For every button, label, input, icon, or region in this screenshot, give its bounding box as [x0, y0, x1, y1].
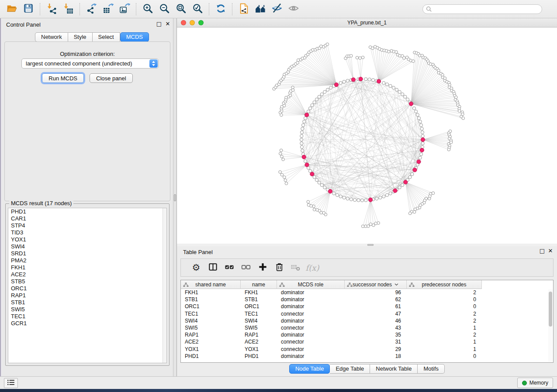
- list-item[interactable]: PMA2: [8, 257, 166, 264]
- show-all-icon: [288, 3, 299, 15]
- table-row[interactable]: SWI5SWI5connector431: [181, 324, 553, 331]
- run-mcds-button[interactable]: Run MCDS: [42, 73, 84, 83]
- function-builder-button: f(x): [304, 260, 321, 275]
- column-header-predecessor-nodes[interactable]: predecessor nodes: [407, 280, 482, 289]
- table-cell: 62: [345, 296, 407, 303]
- refresh-layout-button[interactable]: [213, 2, 228, 17]
- tab-motifs[interactable]: Motifs: [418, 364, 445, 374]
- export-table-button[interactable]: [100, 2, 116, 17]
- list-item[interactable]: GCR1: [8, 320, 166, 327]
- list-item[interactable]: FKH1: [8, 264, 166, 271]
- zoom-out-button[interactable]: [156, 2, 172, 17]
- list-item[interactable]: SWI4: [8, 243, 166, 250]
- export-network-button[interactable]: [83, 2, 99, 17]
- table-cell: ORC1: [181, 303, 241, 309]
- splitter-grip[interactable]: [367, 244, 374, 246]
- memory-status-icon: [522, 381, 527, 385]
- export-image-button[interactable]: [117, 2, 132, 17]
- network-canvas[interactable]: [177, 28, 557, 244]
- list-item[interactable]: SWI5: [8, 306, 166, 313]
- zoom-selected-button[interactable]: [190, 2, 205, 17]
- table-cell: dominator: [277, 353, 345, 359]
- import-network-button[interactable]: [44, 2, 59, 17]
- table-row[interactable]: YOX1YOX1connector291: [181, 346, 553, 353]
- close-panel-button[interactable]: Close panel: [90, 73, 133, 83]
- list-item[interactable]: YOX1: [8, 236, 166, 243]
- table-row[interactable]: SWI4SWI4dominator462: [181, 317, 553, 324]
- table-row[interactable]: TEC1TEC1connector472: [181, 310, 553, 317]
- hide-selected-button[interactable]: [269, 2, 285, 17]
- function-builder-icon: f(x): [306, 263, 319, 272]
- list-item[interactable]: ACE2: [8, 271, 166, 278]
- export-table-icon: [103, 3, 114, 15]
- list-item[interactable]: ORC1: [8, 285, 166, 292]
- table-row[interactable]: RAP1RAP1dominator352: [181, 331, 553, 338]
- delete-table-button: [287, 260, 304, 275]
- optimization-criterion-value: largest connected component (undirected): [26, 60, 132, 67]
- optimization-criterion-select[interactable]: largest connected component (undirected): [21, 58, 159, 69]
- show-all-button[interactable]: [286, 2, 301, 17]
- list-item[interactable]: SRD1: [8, 250, 166, 257]
- network-graph[interactable]: [177, 28, 557, 244]
- table-row[interactable]: STB1STB1dominator620: [181, 296, 553, 303]
- tab-select[interactable]: Select: [93, 32, 120, 42]
- list-item[interactable]: TEC1: [8, 313, 166, 320]
- table-row[interactable]: ORC1ORC1dominator610: [181, 303, 553, 310]
- splitter-grip[interactable]: [174, 194, 176, 201]
- column-header-successor-nodes[interactable]: successor nodes: [345, 280, 407, 289]
- tab-network-table[interactable]: Network Table: [370, 364, 418, 374]
- table-scrollbar-thumb[interactable]: [549, 292, 552, 327]
- add-column-button[interactable]: [254, 260, 271, 275]
- zoom-fit-icon: [176, 3, 187, 15]
- select-all-button[interactable]: [221, 260, 238, 275]
- memory-button[interactable]: Memory: [517, 378, 553, 388]
- tab-network[interactable]: Network: [35, 32, 68, 42]
- mcds-list-scrollbar[interactable]: [163, 208, 166, 363]
- list-item[interactable]: CAR1: [8, 215, 166, 222]
- table-cell: connector: [277, 339, 345, 345]
- float-panel-icon[interactable]: □: [539, 248, 546, 254]
- mcds-result-list[interactable]: PHD1CAR1STP4TID3YOX1SWI4SRD1PMA2FKH1ACE2…: [8, 208, 167, 363]
- list-item[interactable]: RAP1: [8, 292, 166, 299]
- delete-column-button[interactable]: [271, 260, 287, 275]
- save-session-button[interactable]: [21, 2, 36, 17]
- task-history-button[interactable]: [4, 378, 18, 388]
- table-cell: STB1: [241, 296, 277, 303]
- search-icon: [426, 6, 432, 12]
- split-columns-button[interactable]: [204, 260, 221, 275]
- split-columns-icon: [208, 262, 218, 273]
- zoom-in-button[interactable]: [140, 2, 156, 17]
- column-header-MCDS-role[interactable]: MCDS role: [277, 280, 345, 289]
- column-header-shared-name[interactable]: shared name: [181, 280, 241, 289]
- table-row[interactable]: ACE2ACE2connector311: [181, 338, 553, 345]
- tab-mcds[interactable]: MCDS: [120, 32, 149, 42]
- list-item[interactable]: TID3: [8, 229, 166, 236]
- table-row[interactable]: FKH1FKH1dominator962: [181, 289, 553, 296]
- list-item[interactable]: STP4: [8, 222, 166, 229]
- search-input[interactable]: [432, 5, 542, 13]
- column-header-label: MCDS role: [298, 282, 324, 288]
- open-file-icon: [6, 3, 17, 15]
- column-header-name[interactable]: name: [241, 280, 277, 289]
- table-scrollbar[interactable]: [548, 289, 553, 362]
- close-panel-icon[interactable]: ✕: [547, 248, 554, 254]
- tab-style[interactable]: Style: [68, 32, 93, 42]
- mcds-tab-content: Optimization criterion: largest connecte…: [4, 41, 170, 201]
- deselect-all-button[interactable]: [238, 260, 254, 275]
- vertical-splitter[interactable]: [173, 18, 177, 376]
- tab-edge-table[interactable]: Edge Table: [330, 364, 370, 374]
- list-item[interactable]: STB1: [8, 299, 166, 306]
- mcds-result-group-title: MCDS result (17 nodes): [9, 200, 73, 206]
- list-item[interactable]: STB5: [8, 278, 166, 285]
- list-item[interactable]: PHD1: [8, 208, 166, 215]
- import-table-button[interactable]: [60, 2, 76, 17]
- zoom-fit-button[interactable]: [173, 2, 189, 17]
- close-panel-icon[interactable]: ✕: [164, 21, 171, 28]
- open-file-button[interactable]: [4, 2, 20, 17]
- float-panel-icon[interactable]: □: [156, 21, 163, 28]
- share-document-button[interactable]: [236, 2, 252, 17]
- table-row[interactable]: PHD1PHD1dominator180: [181, 353, 553, 360]
- network-overview-button[interactable]: [253, 2, 268, 17]
- tab-node-table[interactable]: Node Table: [289, 364, 330, 374]
- gear-button[interactable]: ⚙: [188, 260, 204, 275]
